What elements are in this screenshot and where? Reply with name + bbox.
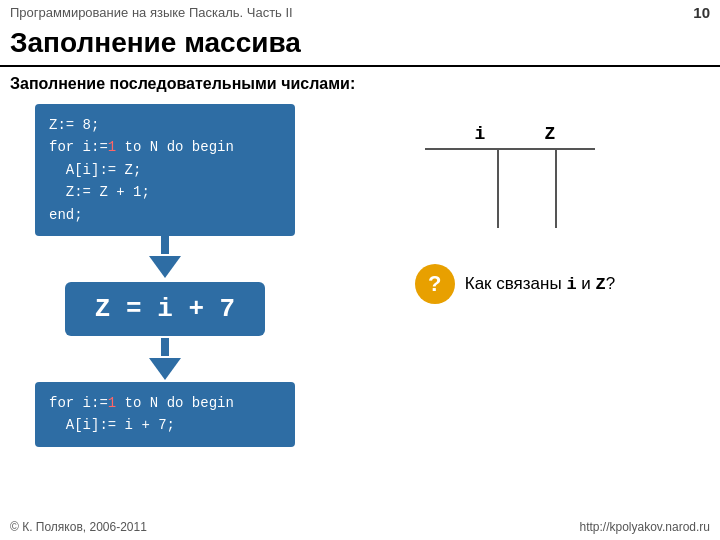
- header-title: Программирование на языке Паскаль. Часть…: [10, 5, 293, 20]
- table-col-z: Z: [545, 124, 556, 144]
- formula-box: Z = i + 7: [65, 282, 265, 336]
- code-line-1: Z:= 8;: [49, 117, 99, 133]
- table-area: i Z: [425, 124, 605, 244]
- table-hline: [425, 148, 595, 150]
- arrow-2: [149, 338, 181, 382]
- main-title: Заполнение массива: [0, 25, 720, 67]
- red-1: 1: [108, 139, 116, 155]
- table-vline-1: [497, 148, 499, 228]
- header: Программирование на языке Паскаль. Часть…: [0, 0, 720, 25]
- question-text-before: Как связаны: [465, 274, 567, 293]
- code2-line-2: A[i]:= i + 7;: [49, 417, 175, 433]
- question-text: Как связаны i и Z?: [465, 274, 615, 294]
- table-col-i: i: [475, 124, 486, 144]
- code-line-4: Z:= Z + 1;: [49, 184, 150, 200]
- subtitle: Заполнение последовательными числами:: [0, 67, 720, 99]
- question-icon: ?: [428, 271, 441, 297]
- arrow-1: [149, 236, 181, 280]
- question-bubble: ?: [415, 264, 455, 304]
- question-var2: Z: [596, 275, 606, 294]
- question-text-after: ?: [606, 274, 615, 293]
- table-vline-2: [555, 148, 557, 228]
- right-column: i Z ? Как связаны i и Z?: [320, 104, 710, 447]
- code-box-1: Z:= 8; for i:=1 to N do begin A[i]:= Z; …: [35, 104, 295, 236]
- footer-right: http://kpolyakov.narod.ru: [579, 520, 710, 534]
- table-header: i Z: [425, 124, 605, 144]
- footer-left: © К. Поляков, 2006-2011: [10, 520, 147, 534]
- question-text-middle: и: [577, 274, 596, 293]
- content: Z:= 8; for i:=1 to N do begin A[i]:= Z; …: [0, 104, 720, 447]
- code-box-2: for i:=1 to N do begin A[i]:= i + 7;: [35, 382, 295, 447]
- table-lines: [425, 148, 595, 228]
- red-2: 1: [108, 395, 116, 411]
- footer: © К. Поляков, 2006-2011 http://kpolyakov…: [0, 520, 720, 534]
- code-line-2: for i:=1 to N do begin: [49, 139, 234, 155]
- code-line-5: end;: [49, 207, 83, 223]
- code-line-3: A[i]:= Z;: [49, 162, 141, 178]
- left-column: Z:= 8; for i:=1 to N do begin A[i]:= Z; …: [10, 104, 320, 447]
- code2-line-1: for i:=1 to N do begin: [49, 395, 234, 411]
- page-number: 10: [693, 4, 710, 21]
- question-area: ? Как связаны i и Z?: [415, 264, 615, 304]
- question-var1: i: [566, 275, 576, 294]
